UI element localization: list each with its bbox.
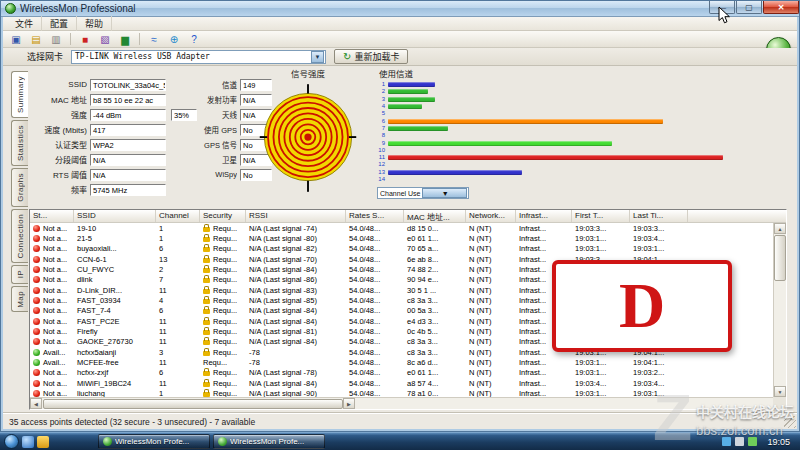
security-text: Requ... <box>213 337 237 346</box>
close-button[interactable]: ✕ <box>763 1 799 14</box>
status-dot-icon <box>33 276 40 283</box>
column-header-7[interactable]: Network... <box>466 210 516 223</box>
field-value: N/A <box>90 169 166 181</box>
status-dot-icon <box>33 359 40 366</box>
scroll-up-icon[interactable]: ▲ <box>774 223 786 234</box>
table-row[interactable]: Not a...buyaoxiali...6Requ...N/A (Last s… <box>30 244 773 254</box>
taskbar-button-1[interactable]: WirelessMon Profe... <box>213 434 325 449</box>
tray-app-icon[interactable] <box>748 437 757 446</box>
resize-grip[interactable] <box>784 416 796 428</box>
field-label: 速度 (Mbits) <box>23 124 87 135</box>
field-label: 强度 <box>23 109 87 120</box>
security-cell: Requ... <box>200 389 246 398</box>
security-cell: Requ... <box>200 223 246 233</box>
maximize-button[interactable]: ▢ <box>736 1 762 14</box>
availability-text: Not a... <box>43 296 67 305</box>
tray-volume-icon[interactable] <box>735 437 744 446</box>
globe-icon[interactable]: ⊕ <box>165 32 183 47</box>
taskbar-button-0[interactable]: WirelessMon Profe... <box>98 434 210 449</box>
scroll-right-icon[interactable]: ▶ <box>343 398 355 409</box>
open-folder-icon[interactable]: ▤ <box>27 32 45 47</box>
ssid-cell: FAST_PC2E <box>74 316 156 326</box>
mac-cell: c8 3a 3... <box>404 337 466 347</box>
column-header-9[interactable]: First T... <box>572 210 630 223</box>
availability-text: Not a... <box>43 286 67 295</box>
lock-icon <box>203 382 210 387</box>
security-text: Requ... <box>213 368 237 377</box>
tab-connection[interactable]: Connection <box>11 209 28 263</box>
taskbar-clock[interactable]: 19:05 <box>761 437 796 447</box>
channel-cell: 3 <box>156 347 200 357</box>
summary-field-row: SSIDTOTOLINK_33a04c_5G <box>23 77 197 92</box>
column-header-1[interactable]: SSID <box>74 210 156 223</box>
mouse-cursor <box>718 6 731 25</box>
taskbar-button-label: WirelessMon Profe... <box>115 437 189 446</box>
export-icon[interactable]: ▥ <box>47 32 65 47</box>
availability-text: Not a... <box>43 244 67 253</box>
table-row[interactable]: Not a...liuchang1Requ...N/A (Last signal… <box>30 389 773 398</box>
save-icon[interactable]: ▣ <box>7 32 25 47</box>
availability-text: Not a... <box>43 255 67 264</box>
toolbar-separator <box>139 33 140 45</box>
mac-cell: 0c 4b 5... <box>404 326 466 336</box>
channel-number: 14 <box>373 176 385 183</box>
field-label: WiSpy <box>195 170 237 179</box>
menu-item-2[interactable]: 帮助 <box>77 16 112 31</box>
vertical-scrollbar[interactable]: ▲ ▼ <box>773 223 786 397</box>
column-header-10[interactable]: Last Ti... <box>630 210 688 223</box>
lock-icon <box>203 268 210 273</box>
scroll-left-icon[interactable]: ◀ <box>30 398 42 409</box>
mac-cell: c8 3a 3... <box>404 347 466 357</box>
column-header-5[interactable]: Rates S... <box>346 210 404 223</box>
chevron-down-icon[interactable]: ▼ <box>311 51 324 63</box>
table-row[interactable]: Not a...19-101Requ...N/A (Last signal -7… <box>30 223 773 233</box>
column-header-4[interactable]: RSSI <box>246 210 346 223</box>
table-row[interactable]: Not a...MiWiFi_19BC2411Requ...N/A (Last … <box>30 378 773 388</box>
channel-row: 9 <box>373 139 743 146</box>
menu-item-0[interactable]: 文件 <box>7 16 42 31</box>
channel-row: 8 <box>373 132 743 139</box>
column-header-0[interactable]: St... <box>30 210 74 223</box>
help-icon[interactable]: ? <box>185 32 203 47</box>
bar-chart-icon[interactable]: ▆ <box>116 32 134 47</box>
table-row[interactable]: Not a...21-51Requ...N/A (Last signal -80… <box>30 233 773 243</box>
horizontal-scrollbar[interactable]: ◀ ▶ <box>30 397 773 409</box>
scroll-down-icon[interactable]: ▼ <box>774 386 786 397</box>
lock-icon <box>203 320 210 325</box>
adapter-select[interactable]: TP-LINK Wireless USB Adapter ▼ <box>71 50 326 64</box>
quick-launch-folder-icon[interactable] <box>37 436 49 448</box>
table-row[interactable]: Avail...MCFEE-free11Requ...-7854.0/48...… <box>30 357 773 367</box>
start-button[interactable] <box>4 434 19 449</box>
tab-ip[interactable]: IP <box>11 265 28 283</box>
table-row[interactable]: Not a...hcfxx-zxjf6Requ...N/A (Last sign… <box>30 368 773 378</box>
quick-launch-browser-icon[interactable] <box>22 436 34 448</box>
chevron-down-icon[interactable]: ▼ <box>422 188 468 198</box>
menu-item-1[interactable]: 配置 <box>42 16 77 31</box>
availability-text: Not a... <box>43 306 67 315</box>
scroll-thumb[interactable] <box>43 399 343 409</box>
column-header-3[interactable]: Security <box>200 210 246 223</box>
scroll-thumb[interactable] <box>774 235 786 281</box>
channel-use-select[interactable]: Channel Use CH/G ▼ <box>377 187 469 199</box>
stop-icon[interactable]: ■ <box>76 32 94 47</box>
titlebar[interactable]: WirelessMon Professional — ▢ ✕ <box>1 1 799 17</box>
column-header-6[interactable]: MAC 地址... <box>404 210 466 223</box>
status-dot-icon <box>33 245 40 252</box>
security-cell: Requ... <box>200 337 246 347</box>
ssid-cell: buyaoxiali... <box>74 244 156 254</box>
reload-card-button[interactable]: ↻ 重新加载卡 <box>334 49 408 64</box>
last-time-cell: 19:03:1... <box>630 389 688 398</box>
rates-cell: 54.0/48... <box>346 357 404 367</box>
tray-network-icon[interactable] <box>722 437 731 446</box>
line-graph-icon[interactable]: ≈ <box>145 32 163 47</box>
column-header-2[interactable]: Channel <box>156 210 200 223</box>
status-dot-icon <box>33 266 40 273</box>
tab-map[interactable]: Map <box>11 286 28 313</box>
network-cell: N (NT) <box>466 233 516 243</box>
availability-text: Avail... <box>43 358 65 367</box>
report-icon[interactable]: ▧ <box>96 32 114 47</box>
field-label: 卫星 <box>195 154 237 165</box>
column-header-8[interactable]: Infrast... <box>516 210 572 223</box>
status-dot-icon <box>33 318 40 325</box>
availability-text: Not a... <box>43 379 67 388</box>
